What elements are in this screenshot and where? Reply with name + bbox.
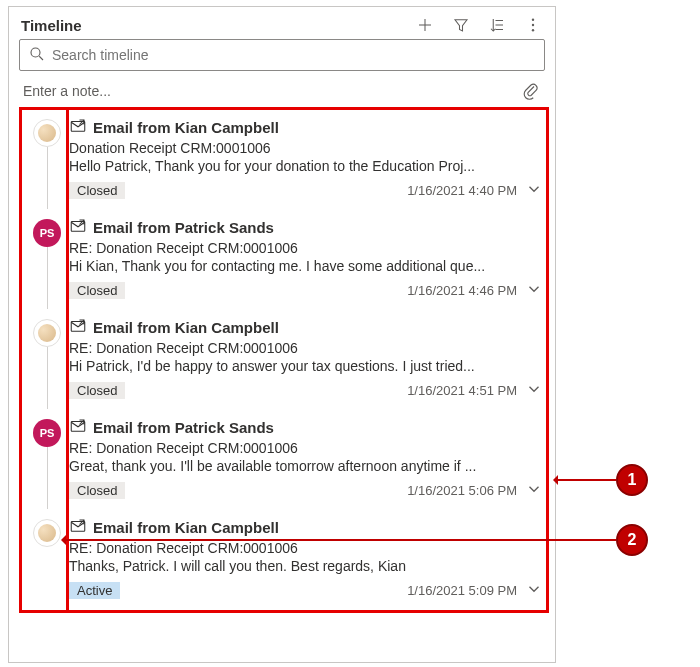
chevron-down-icon[interactable] [525, 480, 543, 501]
svg-point-8 [31, 48, 40, 57]
avatar: PS [33, 219, 61, 247]
email-icon [69, 317, 87, 338]
svg-point-5 [532, 19, 534, 21]
item-subject: Donation Receipt CRM:0001006 [69, 140, 543, 156]
avatar [33, 119, 61, 147]
item-title: Email from Patrick Sands [93, 219, 274, 236]
status-badge: Closed [69, 382, 125, 399]
timestamp: 1/16/2021 4:46 PM [407, 283, 517, 298]
search-icon [28, 45, 46, 66]
timestamp: 1/16/2021 4:51 PM [407, 383, 517, 398]
item-subject: RE: Donation Receipt CRM:0001006 [69, 440, 543, 456]
attach-icon[interactable] [521, 81, 541, 101]
callout-2: 2 [616, 524, 648, 556]
timeline-title: Timeline [21, 17, 82, 34]
chevron-down-icon[interactable] [525, 580, 543, 601]
avatar: PS [33, 419, 61, 447]
email-icon [69, 117, 87, 138]
item-preview: Hi Kian, Thank you for contacting me. I … [69, 258, 543, 274]
timeline-item[interactable]: Email from Kian Campbell Donation Receip… [17, 109, 547, 209]
svg-point-7 [532, 29, 534, 31]
search-input[interactable] [52, 47, 536, 63]
timeline-item[interactable]: PS Email from Patrick Sands RE: Donation… [17, 409, 547, 509]
status-badge: Closed [69, 182, 125, 199]
add-icon[interactable] [415, 15, 435, 35]
status-badge: Closed [69, 482, 125, 499]
status-badge: Active [69, 582, 120, 599]
timestamp: 1/16/2021 4:40 PM [407, 183, 517, 198]
filter-icon[interactable] [451, 15, 471, 35]
svg-point-6 [532, 24, 534, 26]
svg-line-9 [39, 56, 43, 60]
timeline-item[interactable]: Email from Kian Campbell RE: Donation Re… [17, 309, 547, 409]
sort-icon[interactable] [487, 15, 507, 35]
item-preview: Hello Patrick, Thank you for your donati… [69, 158, 543, 174]
search-box[interactable] [19, 39, 545, 71]
item-title: Email from Patrick Sands [93, 419, 274, 436]
item-title: Email from Kian Campbell [93, 319, 279, 336]
item-preview: Hi Patrick, I'd be happy to answer your … [69, 358, 543, 374]
item-preview: Thanks, Patrick. I will call you then. B… [69, 558, 543, 574]
status-badge: Closed [69, 282, 125, 299]
timestamp: 1/16/2021 5:06 PM [407, 483, 517, 498]
email-icon [69, 417, 87, 438]
email-icon [69, 217, 87, 238]
more-icon[interactable] [523, 15, 543, 35]
note-placeholder[interactable]: Enter a note... [23, 83, 111, 99]
timestamp: 1/16/2021 5:09 PM [407, 583, 517, 598]
item-subject: RE: Donation Receipt CRM:0001006 [69, 240, 543, 256]
chevron-down-icon[interactable] [525, 380, 543, 401]
chevron-down-icon[interactable] [525, 180, 543, 201]
chevron-down-icon[interactable] [525, 280, 543, 301]
timeline-item[interactable]: PS Email from Patrick Sands RE: Donation… [17, 209, 547, 309]
avatar [33, 319, 61, 347]
item-subject: RE: Donation Receipt CRM:0001006 [69, 340, 543, 356]
item-preview: Great, thank you. I'll be available tomo… [69, 458, 543, 474]
item-title: Email from Kian Campbell [93, 119, 279, 136]
callout-1: 1 [616, 464, 648, 496]
